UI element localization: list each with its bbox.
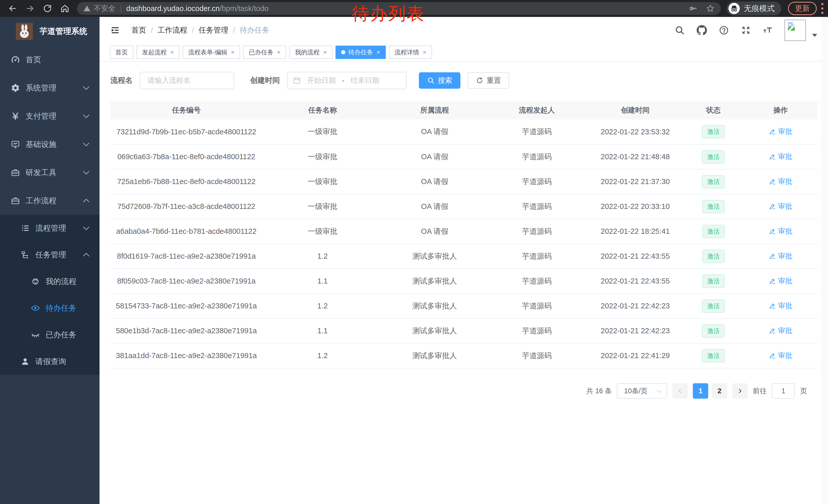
sidebar-item-home[interactable]: 首页 [0, 46, 99, 74]
page-number-1[interactable]: 1 [693, 383, 708, 399]
end-date-input[interactable] [344, 77, 385, 85]
process-name-input[interactable] [140, 72, 234, 89]
toolbox-icon [11, 168, 20, 177]
approve-link[interactable]: 审批 [769, 127, 792, 136]
password-key-icon[interactable] [689, 4, 697, 13]
bookmark-star-icon[interactable] [706, 4, 715, 13]
approve-link[interactable]: 审批 [769, 276, 792, 286]
breadcrumb-separator: / [192, 26, 194, 35]
gear-icon [11, 83, 20, 93]
cell-process: 测试多审批人 [383, 269, 487, 293]
approve-link[interactable]: 审批 [769, 351, 792, 360]
sidebar-item-infra[interactable]: 基础设施 [0, 130, 99, 158]
forward-icon[interactable] [25, 4, 35, 13]
approve-link[interactable]: 审批 [769, 251, 792, 261]
approve-link[interactable]: 审批 [769, 152, 792, 162]
cell-status: 激活 [683, 144, 743, 169]
tab-我的流程[interactable]: 我的流程× [289, 46, 332, 59]
sidebar-item-system[interactable]: 系统管理 [0, 74, 99, 102]
sidebar-item-my-process[interactable]: 我的流程 [0, 268, 99, 295]
tab-label: 流程详情 [395, 48, 419, 56]
cell-name: 1.2 [262, 244, 383, 269]
goto-page-input[interactable] [772, 383, 795, 399]
sidebar-item-process-mgmt[interactable]: 流程管理 [0, 215, 99, 241]
cell-name: 1.2 [262, 343, 383, 368]
tab-label: 首页 [115, 48, 128, 56]
tab-流程详情[interactable]: 流程详情× [389, 46, 432, 59]
update-button[interactable]: 更新 [788, 2, 817, 15]
avatar[interactable] [784, 19, 806, 41]
cell-starter: 芋道源码 [487, 169, 587, 194]
sidebar-item-devtool[interactable]: 研发工具 [0, 158, 99, 187]
sidebar-item-label: 流程管理 [35, 223, 66, 234]
search-button[interactable]: 搜索 [419, 72, 460, 89]
font-size-icon[interactable] [763, 25, 773, 35]
browser-menu-icon[interactable] [821, 3, 823, 14]
sidebar-item-leave-query[interactable]: 请假查询 [0, 348, 99, 375]
tab-close-icon[interactable]: × [377, 49, 380, 55]
cell-starter: 芋道源码 [487, 318, 587, 343]
process-name-label: 流程名 [110, 75, 133, 86]
tab-已办任务[interactable]: 已办任务× [243, 46, 286, 59]
start-date-input[interactable] [301, 77, 342, 85]
cell-status: 激活 [683, 318, 743, 343]
tab-首页[interactable]: 首页 [110, 46, 133, 59]
approve-link[interactable]: 审批 [769, 326, 792, 335]
tab-流程表单-编辑[interactable]: 流程表单-编辑× [182, 46, 240, 59]
approve-link[interactable]: 审批 [769, 201, 792, 211]
url-path: /bpm/task/todo [219, 4, 268, 13]
breadcrumb-item[interactable]: 首页 [131, 25, 146, 35]
cell-id: 069c6a63-7b8a-11ec-8ef0-acde48001122 [110, 144, 262, 169]
page-scrollbar[interactable] [821, 17, 828, 504]
sidebar-item-done-task[interactable]: 已办任务 [0, 321, 99, 348]
sidebar-item-workflow[interactable]: 工作流程 [0, 187, 99, 215]
cell-id: 381aa1dd-7ac8-11ec-a9e2-a2380e71991a [110, 343, 262, 368]
app-logo-row[interactable]: 芋道管理系统 [0, 17, 99, 46]
table-row: 8f059c03-7ac8-11ec-a9e2-a2380e71991a1.1测… [110, 269, 818, 293]
approve-link[interactable]: 审批 [769, 177, 792, 186]
chevron-down-icon [656, 388, 662, 394]
tab-待办任务[interactable]: 待办任务× [335, 46, 386, 59]
edit-pencil-icon [769, 203, 776, 210]
approve-link[interactable]: 审批 [769, 226, 792, 236]
tab-发起流程[interactable]: 发起流程× [136, 46, 179, 59]
tab-close-icon[interactable]: × [277, 49, 281, 55]
status-badge: 激活 [702, 250, 724, 263]
back-icon[interactable] [8, 4, 17, 13]
sidebar-item-todo-task[interactable]: 待办任务 [0, 295, 99, 321]
breadcrumb-item[interactable]: 任务管理 [199, 25, 228, 35]
tab-close-icon[interactable]: × [170, 49, 174, 55]
page-size-select[interactable]: 10条/页 [617, 383, 667, 399]
sidebar-collapse-icon[interactable] [110, 26, 121, 35]
reload-icon[interactable] [43, 4, 52, 13]
approve-link-label: 审批 [778, 301, 792, 311]
tab-close-icon[interactable]: × [323, 49, 327, 55]
sidebar-item-label: 我的流程 [46, 276, 76, 287]
next-page-button[interactable] [732, 383, 748, 399]
sidebar-item-label: 系统管理 [26, 83, 56, 93]
column-header: 状态 [683, 101, 743, 120]
breadcrumb-item[interactable]: 工作流程 [158, 25, 187, 35]
prev-page-button[interactable] [672, 383, 688, 399]
goto-label: 前往 [753, 386, 767, 396]
help-icon[interactable] [719, 25, 729, 35]
sidebar-item-task-mgmt[interactable]: 任务管理 [0, 241, 99, 268]
page-number-2[interactable]: 2 [712, 383, 727, 399]
fullscreen-icon[interactable] [741, 25, 751, 35]
approve-link[interactable]: 审批 [769, 301, 792, 311]
breadcrumb-separator: / [233, 26, 235, 35]
github-icon[interactable] [697, 25, 707, 35]
status-badge: 激活 [702, 300, 724, 313]
tab-close-icon[interactable]: × [423, 49, 426, 55]
date-range-picker[interactable]: - [287, 72, 407, 89]
todo-task-table: 任务编号任务名称所属流程流程发起人创建时间状态操作 73211d9d-7b9b-… [110, 101, 818, 368]
avatar-dropdown-caret-icon[interactable] [812, 33, 818, 38]
eye-open-icon [31, 304, 40, 313]
reset-button[interactable]: 重置 [468, 72, 509, 89]
search-icon[interactable] [675, 25, 685, 35]
sidebar-item-pay[interactable]: 支付管理 [0, 102, 99, 130]
tab-close-icon[interactable]: × [231, 49, 235, 55]
table-row: 58154733-7ac8-11ec-a9e2-a2380e71991a1.2测… [110, 293, 818, 318]
sidebar-item-label: 待办任务 [46, 303, 76, 314]
home-icon[interactable] [60, 4, 70, 13]
